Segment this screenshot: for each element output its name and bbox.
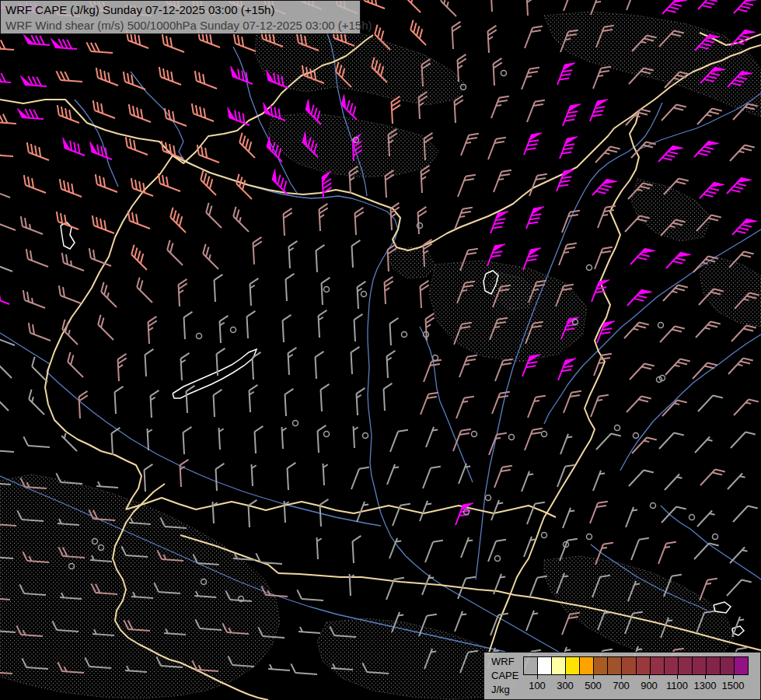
wind-barb	[167, 240, 183, 265]
wind-barb	[0, 212, 16, 230]
legend-tick-label: 1500	[722, 680, 745, 691]
legend-cell	[552, 657, 566, 674]
wind-barb	[145, 349, 154, 376]
wind-barb	[363, 0, 385, 9]
wind-barb	[424, 360, 442, 382]
wind-barb	[727, 580, 752, 596]
cape-legend: WRF CAPE J/kg 10030050070090011001300150…	[483, 652, 761, 700]
wind-barb	[351, 467, 369, 489]
wind-barb	[698, 396, 723, 411]
legend-tick-label: 900	[641, 680, 658, 691]
wind-barb	[319, 310, 327, 338]
wind-barb	[528, 396, 546, 418]
wind-barb	[0, 386, 9, 411]
wind-barb	[421, 281, 429, 308]
wind-barb	[557, 170, 574, 191]
legend-tick	[565, 674, 566, 679]
wind-barb	[0, 446, 14, 452]
terrain-stipple	[631, 179, 711, 241]
wind-barb	[727, 178, 752, 194]
wind-barb	[697, 511, 715, 527]
river	[620, 334, 761, 471]
wind-barb	[187, 386, 195, 413]
wind-barb	[0, 39, 14, 50]
legend-tick-label: 300	[557, 680, 574, 691]
wind-barb	[390, 430, 408, 452]
wind-barb	[148, 429, 152, 450]
legend-tick	[733, 674, 734, 679]
wind-barb	[733, 506, 758, 522]
wind-barb	[351, 347, 360, 374]
wind-barb	[93, 100, 115, 118]
wind-barb	[563, 508, 574, 528]
wind-barb	[26, 249, 48, 267]
wind-barb	[630, 249, 655, 264]
wind-barb	[458, 54, 466, 82]
legend-label: WRF CAPE J/kg	[491, 655, 518, 697]
wind-barb	[527, 0, 536, 16]
wind-barb	[214, 390, 222, 417]
legend-cell	[538, 657, 552, 674]
calm-station-circle	[587, 265, 592, 271]
legend-cell	[651, 657, 665, 674]
calm-station-circle	[689, 515, 695, 520]
river	[420, 327, 473, 482]
legend-label-unit: J/kg	[491, 683, 518, 697]
calm-station-circle	[293, 421, 298, 426]
calm-station-circle	[472, 432, 477, 437]
wind-barb	[197, 145, 219, 163]
wind-barb	[195, 71, 217, 89]
wind-barb	[659, 433, 684, 449]
wind-barb	[283, 315, 291, 342]
wind-barb	[488, 138, 506, 159]
wind-barb	[216, 464, 225, 491]
wind-barb	[62, 320, 78, 345]
wind-barb	[86, 42, 113, 53]
wind-barb	[285, 389, 294, 416]
wind-barb	[596, 434, 621, 450]
wind-barb	[385, 277, 393, 304]
wind-barb	[662, 507, 686, 523]
wind-barb	[29, 390, 44, 415]
wind-barb	[63, 138, 85, 156]
wind-barb	[62, 253, 84, 271]
wind-barb	[456, 397, 474, 418]
legend-tick	[621, 674, 622, 679]
country-border	[45, 156, 173, 509]
wind-barb	[234, 33, 256, 51]
wind-barb	[323, 464, 328, 485]
wind-barb	[159, 173, 180, 191]
wind-barb	[183, 427, 192, 454]
wind-barb	[491, 500, 503, 520]
wind-barb	[734, 400, 759, 415]
wind-barb	[522, 471, 533, 492]
wind-barb	[731, 432, 756, 448]
wind-barb	[557, 63, 575, 85]
legend-cell	[594, 657, 608, 674]
wind-barb	[318, 425, 326, 453]
wind-barb	[459, 355, 477, 377]
wind-barb	[255, 426, 264, 453]
wind-barb	[23, 290, 45, 308]
wind-barb	[321, 384, 330, 411]
wind-barb	[268, 664, 290, 670]
wind-barb	[698, 0, 723, 9]
wind-barb	[732, 219, 757, 235]
wind-barb	[564, 0, 581, 11]
calm-station-circle	[615, 425, 620, 431]
wind-barb	[524, 133, 542, 155]
river	[75, 100, 118, 187]
wind-barb	[27, 142, 49, 160]
wind-barb	[494, 466, 512, 488]
wind-barb	[162, 34, 184, 52]
wind-barb	[354, 426, 358, 448]
wind-barb	[291, 663, 317, 674]
wind-barb	[452, 22, 461, 49]
wind-barb	[181, 353, 190, 380]
wind-barb	[29, 323, 51, 341]
terrain-stipple	[544, 556, 735, 661]
wind-barb	[256, 553, 282, 564]
wind-barb	[627, 0, 644, 10]
wind-barb	[529, 576, 547, 598]
legend-cell	[566, 657, 580, 674]
